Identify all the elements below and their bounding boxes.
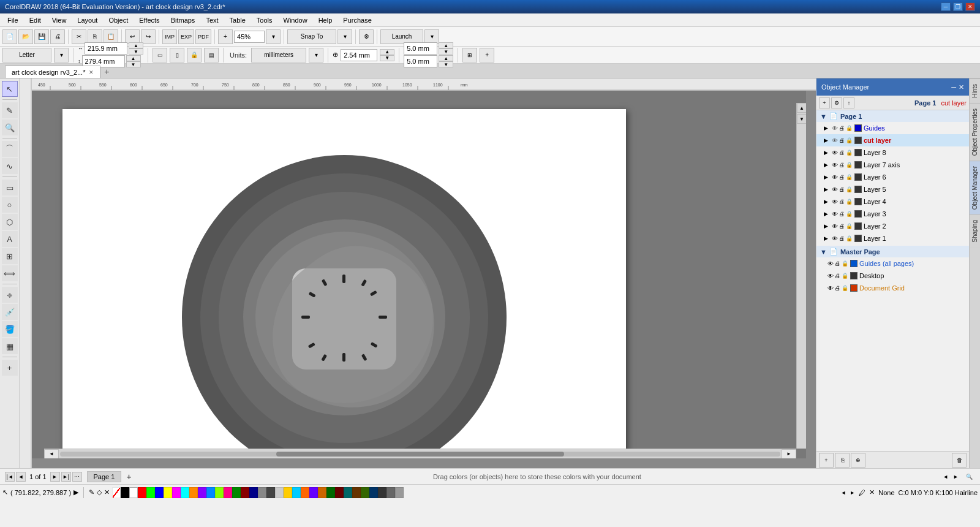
snap-to-grid-btn[interactable]: ⊞ [462,48,477,63]
height-down[interactable]: ▼ [126,61,141,67]
layer-expand-guides[interactable]: ▶ [824,125,830,131]
canvas-work[interactable]: ◄ ► ▲ ▼ [32,91,806,458]
color-yellow[interactable] [164,487,172,498]
print-button[interactable]: 🖨 [50,29,65,44]
layer-name-7[interactable]: Layer 7 axis [864,161,965,169]
lock-icon-8[interactable]: 🔒 [846,150,853,156]
layer-3[interactable]: ▶ 👁 🖨 🔒 Layer 3 [816,208,969,220]
eye-icon-4[interactable]: 👁 [832,199,838,205]
lock-icon-cut[interactable]: 🔒 [846,137,853,143]
letter-dd-arrow[interactable]: ▾ [54,48,69,63]
print-icon-cut[interactable]: 🖨 [839,137,845,143]
width-down[interactable]: ▼ [129,48,143,55]
page-layout-btn[interactable]: ▤ [204,48,219,63]
nudge-up[interactable]: ▲ [380,49,394,55]
x-up[interactable]: ▲ [439,42,453,48]
fill-tool[interactable]: 🪣 [2,321,18,337]
zoom-tool[interactable]: 🔍 [2,119,18,135]
eye-icon-desktop[interactable]: 👁 [827,273,834,279]
layer-1[interactable]: ▶ 👁 🖨 🔒 Layer 1 [816,232,969,245]
menu-file[interactable]: File [2,15,23,25]
save-button[interactable]: 💾 [34,29,49,44]
landscape-btn[interactable]: ▯ [170,48,184,63]
color-yellow-green[interactable] [215,487,224,498]
units-dd-arrow[interactable]: ▾ [309,48,323,63]
x-input[interactable]: 5.0 mm [404,42,437,55]
node-tool-btn[interactable]: ◇ [97,488,102,496]
menu-layout[interactable]: Layout [72,15,102,25]
launch-button[interactable]: Launch [380,29,423,44]
color-gray[interactable] [258,487,266,498]
page-prev-button[interactable]: ◄ [16,472,26,482]
redo-button[interactable]: ↪ [141,29,156,44]
y-down[interactable]: ▼ [439,61,453,67]
scroll-palette-left[interactable]: ◄ [840,490,846,496]
lock-icon-7[interactable]: 🔒 [846,162,853,168]
eye-icon-8[interactable]: 👁 [832,150,838,156]
om-merge-btn[interactable]: ⊕ [851,453,865,468]
layer-expand-2[interactable]: ▶ [824,223,830,229]
eye-icon-doc-grid[interactable]: 👁 [827,285,834,292]
color-purple[interactable] [309,487,318,498]
page1-header[interactable]: ▼ 📄 Page 1 [816,110,969,122]
layer-name-cut[interactable]: cut layer [864,137,965,144]
options-button[interactable]: ⚙ [359,29,374,44]
vertical-scrollbar[interactable]: ▲ ▼ [796,103,806,449]
snap-dd[interactable]: ▾ [337,29,352,44]
layer-name-8[interactable]: Layer 8 [864,149,965,156]
layer-name-4[interactable]: Layer 4 [864,198,965,205]
layer-expand-4[interactable]: ▶ [824,199,830,205]
menu-purchase[interactable]: Purchase [338,15,376,25]
color-white[interactable] [129,487,138,498]
color-dark-green[interactable] [232,487,241,498]
import-button[interactable]: IMP [162,29,177,44]
color-violet[interactable] [198,487,206,498]
color-palette[interactable] [112,487,838,498]
eye-icon-7[interactable]: 👁 [832,162,838,169]
layer-6[interactable]: ▶ 👁 🖨 🔒 Layer 6 [816,171,969,183]
units-dd[interactable]: millimeters [251,48,306,63]
lock-icon-6[interactable]: 🔒 [846,174,853,180]
lock-icon-1[interactable]: 🔒 [846,235,853,241]
new-button[interactable]: 📄 [2,29,17,44]
eye-icon-1[interactable]: 👁 [832,235,838,242]
color-orange2[interactable] [301,487,309,498]
menu-table[interactable]: Table [225,15,251,25]
eye-icon-guides-all[interactable]: 👁 [827,260,834,267]
masterpage-collapse-icon[interactable]: ▼ [820,248,827,256]
zoom-input[interactable]: 45% [234,31,265,43]
menu-bitmaps[interactable]: Bitmaps [166,15,200,25]
color-red[interactable] [138,487,146,498]
layer-2[interactable]: ▶ 👁 🖨 🔒 Layer 2 [816,220,969,232]
page-first-button[interactable]: |◄ [5,472,15,482]
side-tab-hints[interactable]: Hints [970,78,980,103]
om-move-up-btn[interactable]: ↑ [843,97,854,108]
page-next-button[interactable]: ► [50,472,60,482]
layer-name-1[interactable]: Layer 1 [864,235,965,242]
polygon-tool[interactable]: ⬡ [2,214,18,230]
color-charcoal[interactable] [378,487,386,498]
letter-dd[interactable]: Letter [2,48,51,63]
x-down[interactable]: ▼ [439,48,453,55]
zoom-in-button[interactable]: + [218,29,233,44]
hscroll-thumb[interactable] [276,452,564,457]
menu-help[interactable]: Help [314,15,337,25]
bezier-tool[interactable]: ⌒ [2,141,18,157]
interactive-fill-tool[interactable]: ▦ [2,338,18,354]
layer-expand-6[interactable]: ▶ [824,174,830,180]
color-black[interactable] [121,487,129,498]
color-light-gray[interactable] [275,487,284,498]
freehand-tool[interactable]: ✎ [2,102,18,118]
menu-effects[interactable]: Effects [134,15,164,25]
select-tool[interactable]: ↖ [2,81,18,97]
layer-name-5[interactable]: Layer 5 [864,186,965,193]
color-cyan[interactable] [181,487,189,498]
page1-collapse-icon[interactable]: ▼ [820,113,827,120]
menu-tools[interactable]: Tools [252,15,277,25]
lock-icon-desktop[interactable]: 🔒 [842,273,848,279]
eye-icon-6[interactable]: 👁 [832,174,838,181]
lock-icon-guides[interactable]: 🔒 [846,125,853,131]
pdf-button[interactable]: PDF [195,29,211,44]
add-page-btn[interactable]: + [480,48,494,63]
om-new-layer-btn[interactable]: + [819,97,830,108]
